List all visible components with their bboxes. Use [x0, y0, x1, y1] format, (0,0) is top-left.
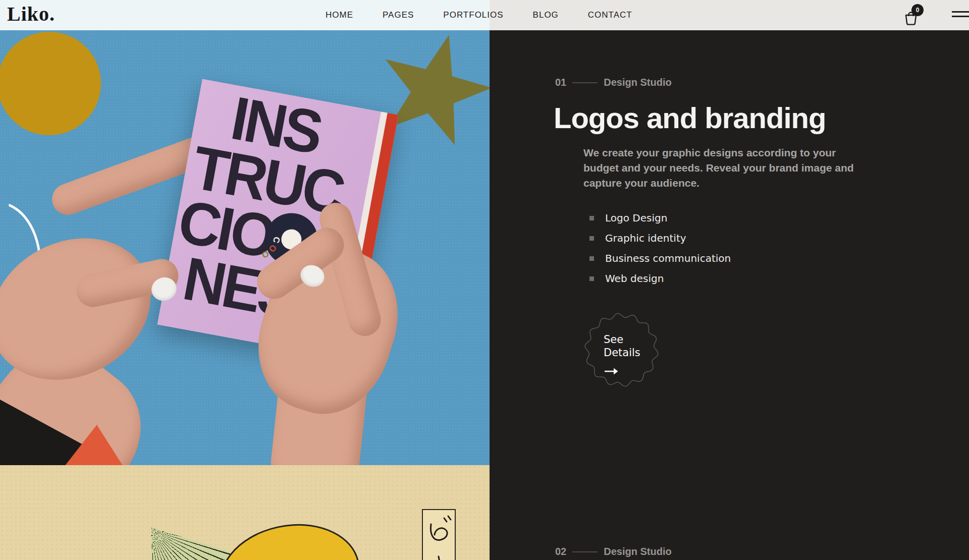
- square-bullet-icon: [589, 236, 594, 241]
- section-number: 02: [555, 546, 566, 557]
- service-label: Graphic identity: [605, 232, 686, 244]
- main-nav: HOME PAGES PORTFOLIOS BLOG CONTACT: [326, 0, 632, 30]
- menu-icon: [952, 16, 969, 17]
- see-details-label: See Details: [604, 333, 640, 359]
- header-actions: 0: [903, 0, 969, 30]
- service-label: Business communication: [605, 252, 731, 264]
- nav-portfolios[interactable]: PORTFOLIOS: [443, 10, 503, 20]
- service-item: Graphic identity: [589, 232, 731, 244]
- cart-button[interactable]: 0: [903, 6, 927, 26]
- cart-count-badge: 0: [911, 4, 924, 16]
- service-item: Business communication: [589, 252, 731, 264]
- japanese-stamp-label: [422, 509, 456, 560]
- section-eyebrow: 01 Design Studio: [555, 77, 672, 88]
- second-photo-japanese-print[interactable]: [0, 465, 490, 560]
- section-label: Design Studio: [604, 77, 671, 88]
- nav-contact[interactable]: CONTACT: [588, 10, 632, 20]
- hero-photo-instrucciones-booklet[interactable]: INS TRUC CIO NES COOPERAPOLY: [0, 30, 490, 465]
- square-bullet-icon: [589, 216, 594, 220]
- site-header: Liko. HOME PAGES PORTFOLIOS BLOG CONTACT…: [0, 0, 969, 30]
- nav-pages[interactable]: PAGES: [383, 10, 414, 20]
- section-eyebrow: 02 Design Studio: [555, 546, 672, 557]
- service-label: Logo Design: [605, 212, 667, 224]
- eyebrow-rule: [572, 82, 598, 83]
- services-list: Logo Design Graphic identity Business co…: [589, 212, 731, 293]
- page: Liko. HOME PAGES PORTFOLIOS BLOG CONTACT…: [0, 0, 969, 560]
- nav-home[interactable]: HOME: [326, 10, 353, 20]
- menu-button[interactable]: [952, 11, 969, 19]
- see-details-button[interactable]: See Details: [584, 313, 659, 387]
- section-label: Design Studio: [604, 546, 671, 557]
- portfolio-image-column: INS TRUC CIO NES COOPERAPOLY: [0, 30, 490, 560]
- square-bullet-icon: [589, 276, 594, 281]
- menu-icon: [952, 11, 969, 13]
- section-title: Logos and branding: [554, 101, 826, 135]
- design-studio-panel: 01 Design Studio Logos and branding We c…: [490, 30, 969, 560]
- calligraphy-glyphs: [423, 510, 455, 560]
- service-item: Logo Design: [589, 212, 731, 224]
- arrow-right-icon: [604, 367, 619, 375]
- section-number: 01: [555, 77, 566, 88]
- square-bullet-icon: [589, 256, 594, 261]
- site-logo[interactable]: Liko.: [7, 2, 55, 26]
- mustard-circle-shape: [0, 32, 101, 135]
- section-description: We create your graphic designs according…: [583, 145, 864, 191]
- service-item: Web design: [589, 272, 731, 285]
- eyebrow-rule: [572, 551, 598, 552]
- nav-blog[interactable]: BLOG: [533, 10, 559, 20]
- service-label: Web design: [605, 272, 664, 285]
